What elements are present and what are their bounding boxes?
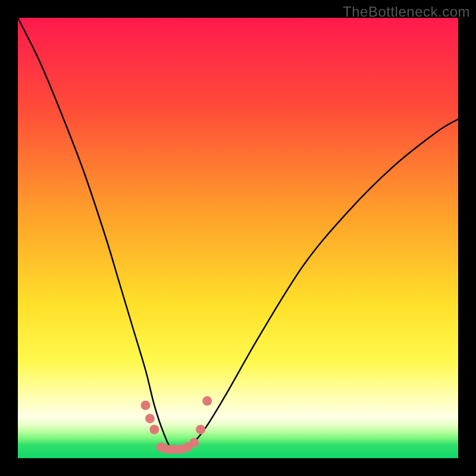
curve-marker [189,438,199,447]
bottleneck-chart [0,0,476,476]
curve-marker [141,400,151,410]
plot-background [18,18,458,458]
curve-marker [145,414,155,423]
watermark-label: TheBottleneck.com [343,4,470,20]
curve-marker [202,396,212,406]
curve-marker [196,425,205,434]
chart-stage: TheBottleneck.com [0,0,476,476]
curve-marker [149,425,159,434]
